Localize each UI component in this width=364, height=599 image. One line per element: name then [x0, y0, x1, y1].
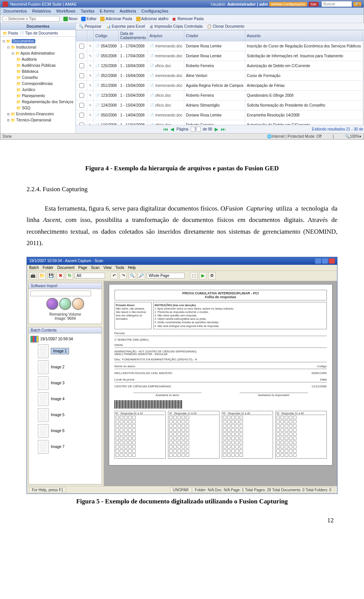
rotate-left-icon[interactable]: ↶: [110, 272, 118, 280]
column-header[interactable]: Criador: [184, 30, 245, 41]
menu-view[interactable]: View: [104, 266, 112, 270]
tree-node[interactable]: 📁 Jurídico: [3, 87, 73, 93]
type-select[interactable]: -- Selecione o Tipo: [3, 16, 60, 22]
table-row[interactable]: ✎📄 052/20081 - 16/04/2008📄 memorando.doc…: [76, 71, 364, 81]
edit-icon[interactable]: ✎: [87, 101, 94, 110]
close-icon[interactable]: [329, 258, 335, 264]
tree-node[interactable]: 📁 Auditoria: [3, 57, 73, 63]
tree-node[interactable]: 📁 Biblioteca: [3, 69, 73, 75]
tree-node[interactable]: 📁 SGQ: [3, 105, 73, 111]
save-icon[interactable]: 💾: [47, 272, 55, 280]
tab-tipo[interactable]: 📄 Tipo de Documento: [19, 31, 58, 35]
settings-icon[interactable]: ⚙: [208, 272, 216, 280]
add-atalho-button[interactable]: Adicionar atalho: [136, 17, 169, 21]
new-batch-icon[interactable]: 📁: [38, 272, 46, 280]
column-header[interactable]: Situ: [362, 30, 364, 41]
batch-item[interactable]: Image 7: [30, 439, 100, 455]
play-icon[interactable]: ▶: [199, 272, 207, 280]
column-header[interactable]: [76, 30, 87, 41]
row-checkbox[interactable]: [79, 83, 84, 88]
folder-tree[interactable]: ⊟ 📁 Documentos⊟ 📁 Institucional⊟ 📁 Apoio…: [0, 37, 75, 125]
delete-icon[interactable]: ✖: [56, 272, 64, 280]
tree-node[interactable]: 📁 Planejamento: [3, 93, 73, 99]
tree-node[interactable]: 📁 Audiências Públicas: [3, 63, 73, 69]
menu-relatorios[interactable]: Relatórios: [32, 9, 51, 13]
batch-item[interactable]: Image 6: [30, 423, 100, 439]
batch-item[interactable]: Image 5: [30, 407, 100, 423]
row-checkbox[interactable]: [79, 53, 84, 58]
menu-tarefas[interactable]: Tarefas: [81, 9, 94, 13]
table-row[interactable]: ✎📄 055/20081 - 17/04/2008📄 memorando.doc…: [76, 51, 364, 61]
batch-item[interactable]: Image 1: [30, 343, 100, 359]
export-excel-button[interactable]: 📊 Exportar para Excel: [106, 24, 145, 28]
clonar-button[interactable]: 📋 Clonar Documento: [207, 24, 244, 28]
prev-page-icon[interactable]: ◀: [170, 126, 174, 132]
my-config-link[interactable]: Minhas Configurações: [269, 2, 307, 6]
tree-node[interactable]: 📁 Conselho: [3, 75, 73, 81]
edit-icon[interactable]: ✎: [87, 61, 94, 71]
accept-icon[interactable]: ↻: [66, 272, 73, 280]
zoom-in-icon[interactable]: 🔍: [129, 272, 136, 280]
column-header[interactable]: Data de Cadastramento: [118, 30, 147, 41]
row-checkbox[interactable]: [79, 63, 84, 68]
document-viewer[interactable]: PROVA CUMULATIVA INTERDISCIPLINAR - PCI …: [104, 281, 337, 486]
tree-node[interactable]: 📁 Correspondências: [3, 81, 73, 87]
next-page-icon[interactable]: ▶: [215, 126, 218, 132]
menu-batch[interactable]: Batch: [29, 266, 39, 270]
search-go-icon[interactable]: 🔍: [353, 2, 361, 6]
table-row[interactable]: ✎📄 124/20081 - 15/04/2008📄 oficio.docAdr…: [76, 101, 364, 110]
add-pasta-button[interactable]: Adicionar Pasta: [100, 17, 132, 21]
row-checkbox[interactable]: [79, 73, 84, 78]
edit-icon[interactable]: ✎: [87, 120, 94, 125]
edit-icon[interactable]: ✎: [87, 91, 94, 101]
table-row[interactable]: ✎📄 051/20081 - 15/04/2008📄 memorando.doc…: [76, 81, 364, 91]
table-row[interactable]: ✎📄 116/20081 - 11/04/2008📄 oficio.docRob…: [76, 120, 364, 125]
page-input[interactable]: 3: [191, 127, 201, 132]
menu-config[interactable]: Configurações: [141, 9, 168, 13]
minimize-icon[interactable]: [315, 258, 321, 264]
edit-icon[interactable]: ✎: [87, 71, 94, 81]
tree-node[interactable]: ⊟ 📁 Institucional: [3, 44, 73, 50]
exit-button[interactable]: Sair: [309, 2, 318, 6]
table-row[interactable]: ✎📄 123/20081 - 15/04/2008📄 oficio.docRob…: [76, 91, 364, 101]
column-header[interactable]: Arquivo: [148, 30, 184, 41]
row-checkbox[interactable]: [79, 93, 84, 98]
pesquisar-button[interactable]: 🔍 Pesquisar: [79, 24, 101, 28]
last-page-icon[interactable]: ⏭: [221, 126, 226, 132]
tree-node[interactable]: ⊞ 📁 Econômico-Financeiro: [3, 111, 73, 117]
column-header[interactable]: Assunto: [245, 30, 363, 41]
maximize-icon[interactable]: [322, 258, 328, 264]
tab-pasta[interactable]: 📁 Pasta: [3, 31, 18, 35]
rem-pasta-button[interactable]: ✖Remover Pasta: [172, 17, 204, 21]
menu-auditoria[interactable]: Auditoria: [119, 9, 136, 13]
menu-scan[interactable]: Scan: [91, 266, 100, 270]
tree-node[interactable]: ⊟ 📁 Documentos: [3, 38, 73, 44]
row-checkbox[interactable]: [79, 103, 84, 108]
rotate-right-icon[interactable]: ↷: [119, 272, 127, 280]
table-row[interactable]: ✎📄 054/20081 - 17/04/2008📄 memorando.doc…: [76, 41, 364, 51]
batch-root[interactable]: 19/1/2007 10:59:34: [30, 335, 100, 343]
menu-page[interactable]: Page: [78, 266, 87, 270]
edit-icon[interactable]: ✎: [87, 41, 94, 51]
menu-eforms[interactable]: E-forms: [100, 9, 115, 13]
first-page-icon[interactable]: ⏮: [163, 126, 168, 132]
menu-folder[interactable]: Folder: [43, 266, 53, 270]
batch-item[interactable]: Image 3: [30, 375, 100, 391]
search-input[interactable]: Buscar: [322, 1, 352, 7]
menu-workflows[interactable]: Workflows: [56, 9, 75, 13]
novo-button[interactable]: Novo: [63, 17, 77, 21]
tree-node[interactable]: ⊞ 📁 Técnico-Operacional: [3, 117, 73, 123]
scan-profile-select[interactable]: A8: [75, 273, 105, 278]
menu-help[interactable]: Help: [128, 266, 136, 270]
table-row[interactable]: ✎📄 050/20081 - 14/04/2008📄 memorando.doc…: [76, 110, 364, 120]
zoom-dropdown-icon[interactable]: ▾: [359, 134, 361, 138]
batch-item[interactable]: Image 2: [30, 359, 100, 375]
print-button[interactable]: 🖨 Impressão Cópia Controlada: [149, 24, 202, 28]
zoom-out-icon[interactable]: 🔎: [138, 272, 145, 280]
edit-icon[interactable]: ✎: [87, 81, 94, 91]
import-select[interactable]: [30, 291, 91, 296]
table-row[interactable]: ✎📄 125/20081 - 16/04/2008📄 oficio.docRob…: [76, 61, 364, 71]
batch-item[interactable]: Image 4: [30, 391, 100, 407]
menu-documentos[interactable]: Documentos: [3, 9, 27, 13]
edit-icon[interactable]: ✎: [87, 51, 94, 61]
